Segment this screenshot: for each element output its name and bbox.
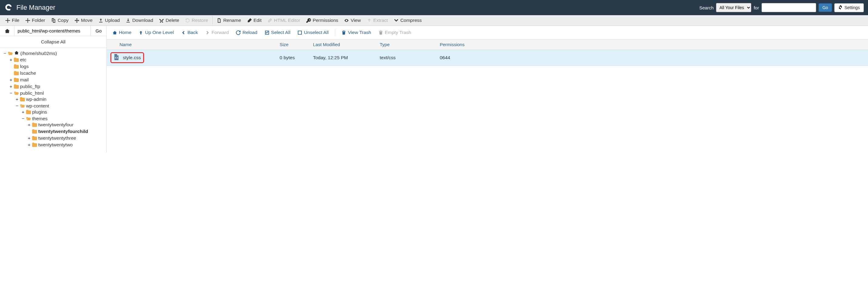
path-home-button[interactable] xyxy=(0,26,14,36)
extract-button: Extract xyxy=(364,15,391,26)
view-button[interactable]: View xyxy=(341,15,364,26)
nav-up-button[interactable]: Up One Level xyxy=(136,28,177,37)
file-list-header: Name Size Last Modified Type Permissions xyxy=(107,39,868,50)
nav-unselect-all-button[interactable]: Unselect All xyxy=(295,28,331,37)
tree-mail[interactable]: +mail xyxy=(9,77,29,83)
tree-etc[interactable]: +etc xyxy=(9,57,26,62)
file-row[interactable]: style.css 0 bytes Today, 12:25 PM text/c… xyxy=(107,50,868,66)
settings-button[interactable]: Settings xyxy=(834,3,864,12)
path-input[interactable] xyxy=(14,26,91,36)
top-bar: File Manager Search All Your Files for G… xyxy=(0,0,868,15)
file-size: 0 bytes xyxy=(277,53,310,63)
app-title: File Manager xyxy=(17,4,55,11)
column-size[interactable]: Size xyxy=(277,39,310,50)
new-folder-button[interactable]: Folder xyxy=(23,15,48,26)
nav-back-button[interactable]: Back xyxy=(178,28,200,37)
search-go-button[interactable]: Go xyxy=(818,3,832,12)
tree-logs[interactable]: logs xyxy=(9,64,29,69)
copy-button[interactable]: Copy xyxy=(48,15,71,26)
nav-toolbar: Home Up One Level Back Forward Reload Se… xyxy=(107,26,868,39)
nav-select-all-button[interactable]: Select All xyxy=(262,28,293,37)
upload-button[interactable]: Upload xyxy=(96,15,123,26)
html-editor-button: HTML Editor xyxy=(265,15,303,26)
file-modified: Today, 12:25 PM xyxy=(310,53,377,63)
tree-themes[interactable]: −themes xyxy=(21,116,48,121)
path-go-button[interactable]: Go xyxy=(91,26,106,36)
home-icon xyxy=(14,50,19,56)
folder-tree: − (/home/shu02ms) +etc logs lscache +mai… xyxy=(0,48,106,153)
nav-home-button[interactable]: Home xyxy=(110,28,134,37)
download-button[interactable]: Download xyxy=(123,15,156,26)
permissions-button[interactable]: Permissions xyxy=(303,15,341,26)
collapse-all-button[interactable]: Collapse All xyxy=(0,36,106,48)
nav-forward-button: Forward xyxy=(203,28,232,37)
annotation-highlight-box: style.css xyxy=(111,52,144,63)
column-modified[interactable]: Last Modified xyxy=(310,39,377,50)
nav-view-trash-button[interactable]: View Trash xyxy=(339,28,374,37)
rename-button[interactable]: Rename xyxy=(214,15,244,26)
file-type: text/css xyxy=(377,53,437,63)
file-name: style.css xyxy=(123,55,141,60)
for-label: for xyxy=(754,5,759,10)
move-button[interactable]: Move xyxy=(71,15,96,26)
sidebar: Go Collapse All − (/home/shu02ms) +etc l… xyxy=(0,26,107,153)
nav-reload-button[interactable]: Reload xyxy=(233,28,260,37)
tree-twentytwentythree[interactable]: +twentytwentythree xyxy=(27,135,76,141)
tree-wp-content[interactable]: −wp-content xyxy=(15,103,49,109)
edit-button[interactable]: Edit xyxy=(244,15,265,26)
column-type[interactable]: Type xyxy=(377,39,437,50)
tree-twentytwentytwo[interactable]: +twentytwentytwo xyxy=(27,142,73,147)
delete-button[interactable]: Delete xyxy=(156,15,182,26)
file-permissions: 0644 xyxy=(437,53,467,63)
column-name[interactable]: Name xyxy=(107,39,277,50)
content-panel: Home Up One Level Back Forward Reload Se… xyxy=(107,26,868,153)
compress-button[interactable]: Compress xyxy=(391,15,425,26)
cpanel-logo-icon xyxy=(4,3,13,12)
tree-twentytwentyfour[interactable]: +twentytwentyfour xyxy=(27,122,73,128)
tree-root[interactable]: − (/home/shu02ms) xyxy=(3,50,57,56)
column-permissions[interactable]: Permissions xyxy=(437,39,468,50)
nav-separator xyxy=(335,29,335,36)
tree-plugins[interactable]: +plugins xyxy=(21,109,47,115)
new-file-button[interactable]: File xyxy=(2,15,23,26)
restore-button: Restore xyxy=(182,15,211,26)
tree-public-html[interactable]: −public_html xyxy=(9,90,44,96)
code-file-icon xyxy=(114,54,119,61)
action-toolbar: File Folder Copy Move Upload Download De… xyxy=(0,15,868,26)
search-label: Search xyxy=(700,5,714,10)
tree-wp-admin[interactable]: +wp-admin xyxy=(15,97,46,102)
tree-lscache[interactable]: lscache xyxy=(9,71,36,76)
tree-twentytwentyfourchild[interactable]: twentytwentyfourchild xyxy=(27,129,88,134)
tree-public-ftp[interactable]: +public_ftp xyxy=(9,84,40,89)
search-scope-select[interactable]: All Your Files xyxy=(716,3,751,12)
toolbar-separator xyxy=(212,16,213,25)
gear-icon xyxy=(838,5,842,10)
search-input[interactable] xyxy=(762,3,816,12)
nav-empty-trash-button: Empty Trash xyxy=(376,28,414,37)
